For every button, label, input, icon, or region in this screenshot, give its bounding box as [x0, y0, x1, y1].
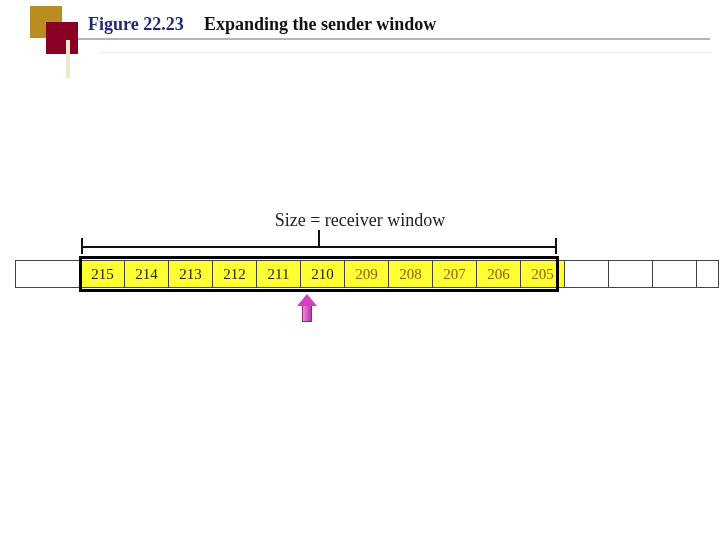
window-cell: 206	[477, 260, 521, 288]
window-cell: 209	[345, 260, 389, 288]
window-cell: 215	[81, 260, 125, 288]
window-cell: 213	[169, 260, 213, 288]
cell-outside-right	[609, 260, 653, 288]
cell-outside-right	[565, 260, 609, 288]
expand-arrow-icon	[297, 294, 317, 324]
window-cell: 210	[301, 260, 345, 288]
header-rule	[78, 38, 710, 40]
header-rule-faint	[100, 52, 710, 53]
window-cell: 208	[389, 260, 433, 288]
row-trunc-left	[15, 260, 37, 288]
corner-square-maroon	[46, 22, 78, 54]
header-vline-faint	[66, 40, 70, 78]
window-cell: 207	[433, 260, 477, 288]
figure-number: Figure 22.23	[88, 14, 184, 35]
byte-row: 215 214 213 212 211 210 209 208 207 206 …	[15, 260, 705, 288]
size-label: Size = receiver window	[15, 210, 705, 231]
window-cell: 212	[213, 260, 257, 288]
window-cell: 211	[257, 260, 301, 288]
sender-window-diagram: Size = receiver window 215 214 213 212 2…	[15, 210, 705, 350]
row-trunc-right	[697, 260, 719, 288]
cell-outside-right	[653, 260, 697, 288]
cell-outside-left	[37, 260, 81, 288]
size-bracket	[81, 238, 557, 256]
window-cell: 214	[125, 260, 169, 288]
window-cell: 205	[521, 260, 565, 288]
figure-title: Expanding the sender window	[204, 14, 436, 35]
